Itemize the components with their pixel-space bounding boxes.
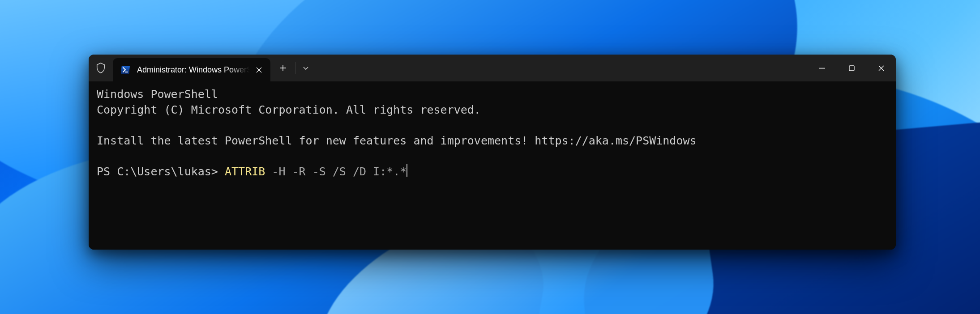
cursor: [407, 164, 407, 177]
titlebar[interactable]: Administrator: Windows PowerShell: [89, 55, 896, 81]
terminal-window: Administrator: Windows PowerShell: [89, 55, 896, 250]
terminal-line: Install the latest PowerShell for new fe…: [97, 134, 697, 147]
terminal-line: Windows PowerShell: [97, 88, 218, 101]
command-args: -H -R -S /S /D I:*.*: [272, 164, 407, 180]
svg-rect-0: [849, 66, 854, 71]
tab-powershell[interactable]: Administrator: Windows PowerShell: [113, 58, 270, 81]
tab-title: Administrator: Windows PowerShell: [137, 65, 250, 75]
powershell-icon: [120, 64, 131, 75]
terminal-content[interactable]: Windows PowerShell Copyright (C) Microso…: [89, 81, 896, 250]
new-tab-button[interactable]: [270, 55, 295, 81]
prompt-text: PS C:\Users\lukas>: [97, 164, 225, 180]
maximize-button[interactable]: [837, 55, 866, 81]
close-button[interactable]: [866, 55, 896, 81]
command-name: ATTRIB: [225, 164, 272, 180]
tab-close-button[interactable]: [253, 64, 264, 75]
terminal-line: Copyright (C) Microsoft Corporation. All…: [97, 103, 481, 116]
minimize-button[interactable]: [807, 55, 837, 81]
tab-dropdown-button[interactable]: [295, 62, 315, 74]
admin-shield-icon: [89, 55, 113, 81]
